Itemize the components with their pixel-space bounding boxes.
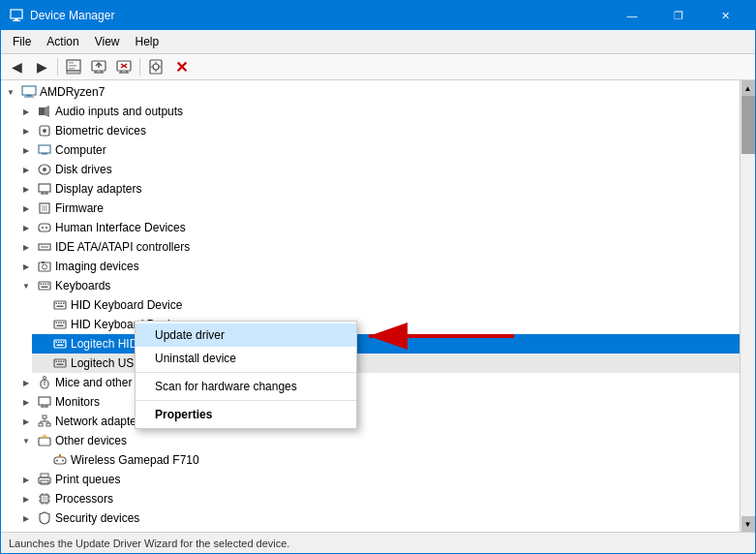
tree-item-monitors[interactable]: ▶ Monitors — [16, 392, 740, 412]
tree-item-mice[interactable]: ▶ Mice and other pointing devices — [16, 373, 740, 392]
svg-point-20 — [153, 64, 159, 70]
svg-rect-83 — [39, 397, 50, 405]
tree-item-hid[interactable]: ▶ Human Interface Devices — [16, 218, 740, 237]
ctx-scan-label: Scan for hardware changes — [155, 380, 297, 393]
ctx-scan-hardware[interactable]: Scan for hardware changes — [136, 375, 356, 398]
svg-rect-75 — [56, 361, 58, 363]
expand-computer[interactable]: ▶ — [18, 142, 34, 158]
svg-rect-26 — [26, 95, 32, 97]
imaging-icon — [37, 259, 52, 274]
expand-display[interactable]: ▶ — [18, 181, 34, 197]
biometric-icon — [37, 123, 52, 138]
expand-imaging[interactable]: ▶ — [18, 259, 34, 274]
app-icon — [9, 8, 24, 23]
close-button[interactable]: ✕ — [703, 6, 747, 25]
svg-rect-63 — [56, 323, 58, 324]
keyboard-device-icon-1 — [52, 297, 68, 313]
tree-item-gamepad[interactable]: ▶ ! Wireless Gamepad F710 — [32, 450, 740, 470]
tree-item-imaging[interactable]: ▶ Imaging devices — [16, 257, 740, 276]
tree-item-computer[interactable]: ▶ Computer — [16, 140, 740, 160]
scroll-down[interactable]: ▼ — [741, 516, 755, 532]
minimize-button[interactable]: — — [610, 6, 654, 25]
keyboards-label: Keyboards — [55, 279, 110, 292]
ctx-update-driver[interactable]: Update driver — [136, 323, 356, 347]
tree-item-display[interactable]: ▶ Display adapters — [16, 179, 740, 199]
menu-view[interactable]: View — [87, 32, 128, 51]
tree-item-other-devices[interactable]: ▼ ! Other devices — [16, 431, 740, 450]
forward-button[interactable]: ▶ — [30, 56, 53, 77]
status-bar: Launches the Update Driver Wizard for th… — [1, 532, 755, 553]
svg-point-44 — [45, 227, 47, 229]
scroll-thumb[interactable] — [741, 96, 755, 154]
tree-item-network[interactable]: ▶ Network adapters — [16, 412, 740, 431]
toolbar-separator-2 — [139, 58, 140, 76]
expand-ide[interactable]: ▶ — [18, 239, 34, 255]
expand-print[interactable]: ▶ — [18, 472, 34, 487]
device-tree[interactable]: ▼ AMDRyzen7 ▶ Audio inputs and outputs — [1, 80, 740, 532]
scroll-up[interactable]: ▲ — [741, 80, 755, 96]
svg-rect-79 — [57, 364, 64, 366]
svg-rect-59 — [61, 303, 63, 305]
ctx-update-driver-label: Update driver — [155, 328, 225, 342]
menu-action[interactable]: Action — [39, 32, 86, 51]
expand-processors[interactable]: ▶ — [18, 491, 34, 507]
svg-rect-88 — [39, 423, 43, 426]
expand-network[interactable]: ▶ — [18, 414, 34, 429]
expand-audio[interactable]: ▶ — [18, 104, 34, 119]
back-button[interactable]: ◀ — [5, 56, 28, 77]
tree-item-audio[interactable]: ▶ Audio inputs and outputs — [16, 102, 740, 121]
properties-button[interactable] — [62, 56, 85, 77]
expand-keyboards[interactable]: ▼ — [18, 278, 34, 293]
tree-item-hid-keyboard-1[interactable]: ▶ HID Keyboard Device — [32, 295, 740, 315]
tree-item-processors[interactable]: ▶ Processors — [16, 489, 740, 508]
scrollbar[interactable]: ▲ ▼ — [740, 80, 755, 532]
expand-hid[interactable]: ▶ — [18, 220, 34, 235]
ctx-properties[interactable]: Properties — [136, 403, 356, 426]
svg-rect-28 — [39, 108, 45, 115]
hid-label: Human Interface Devices — [55, 221, 186, 234]
scan-button[interactable] — [144, 56, 167, 77]
maximize-button[interactable]: ❐ — [656, 6, 701, 25]
delete-button[interactable]: ✕ — [169, 56, 193, 77]
expand-monitors[interactable]: ▶ — [18, 394, 34, 410]
main-content: ▼ AMDRyzen7 ▶ Audio inputs and outputs — [1, 80, 755, 532]
toolbar-separator-1 — [57, 58, 58, 76]
logitech-usb-icon — [52, 355, 68, 371]
svg-rect-87 — [43, 416, 46, 418]
tree-item-disk[interactable]: ▶ Disk drives — [16, 160, 740, 179]
expand-biometric[interactable]: ▶ — [18, 123, 34, 138]
svg-rect-2 — [13, 20, 20, 21]
update-driver-button[interactable] — [87, 56, 110, 77]
audio-label: Audio inputs and outputs — [55, 105, 183, 118]
uninstall-button[interactable] — [112, 56, 136, 77]
menu-file[interactable]: File — [5, 32, 39, 51]
expand-sw-components[interactable]: ▶ — [18, 530, 34, 532]
tree-item-biometric[interactable]: ▶ Biometric devices — [16, 121, 740, 140]
svg-rect-27 — [24, 97, 34, 98]
expand-disk[interactable]: ▶ — [18, 162, 34, 177]
svg-rect-6 — [69, 65, 76, 67]
svg-rect-42 — [39, 224, 50, 231]
expand-security[interactable]: ▶ — [18, 510, 34, 526]
tree-item-print[interactable]: ▶ Print queues — [16, 470, 740, 489]
tree-item-keyboards[interactable]: ▼ Keyboards — [16, 276, 740, 295]
menu-help[interactable]: Help — [128, 32, 167, 51]
display-icon — [37, 181, 52, 197]
expand-mice[interactable]: ▶ — [18, 375, 34, 390]
svg-rect-94 — [39, 438, 50, 446]
tree-item-ide[interactable]: ▶ IDE ATA/ATAPI controllers — [16, 237, 740, 257]
ctx-uninstall-device[interactable]: Uninstall device — [136, 347, 356, 370]
processor-icon — [37, 491, 52, 507]
svg-point-31 — [43, 129, 46, 133]
disk-label: Disk drives — [55, 163, 112, 176]
tree-item-software-components[interactable]: ▶ Software components — [16, 528, 740, 532]
expand-firmware[interactable]: ▶ — [18, 200, 34, 216]
svg-rect-68 — [54, 340, 66, 348]
expand-root[interactable]: ▼ — [3, 84, 18, 100]
tree-item-firmware[interactable]: ▶ Firmware — [16, 199, 740, 218]
tree-item-root[interactable]: ▼ AMDRyzen7 — [1, 82, 740, 102]
svg-rect-51 — [41, 284, 43, 286]
expand-other[interactable]: ▼ — [18, 433, 34, 448]
tree-item-security[interactable]: ▶ Security devices — [16, 508, 740, 528]
other-devices-label: Other devices — [55, 434, 127, 447]
